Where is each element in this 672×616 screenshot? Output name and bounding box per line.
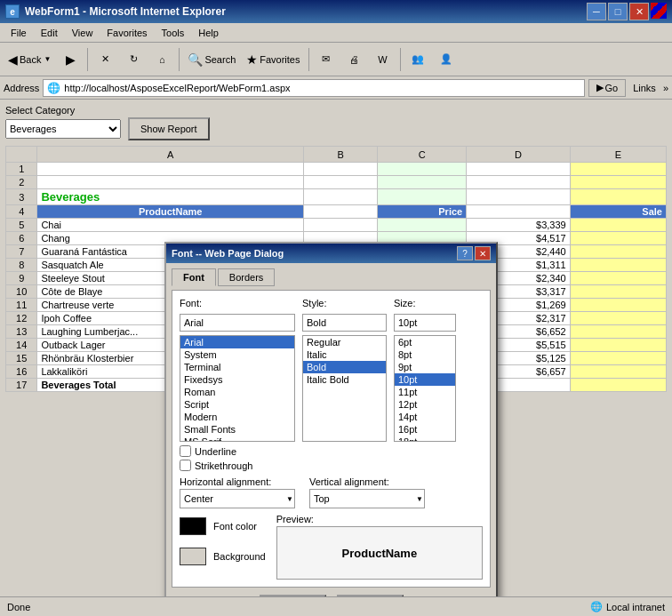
cell[interactable] bbox=[37, 176, 304, 189]
dialog-help-button[interactable]: ? bbox=[457, 246, 473, 260]
font-size-8pt[interactable]: 8pt bbox=[395, 348, 455, 361]
cell-sale[interactable] bbox=[570, 325, 666, 339]
col-header-b[interactable]: B bbox=[304, 147, 378, 163]
font-list-item-fixedsys[interactable]: Fixedsys bbox=[180, 373, 294, 386]
col-header-a[interactable]: A bbox=[37, 147, 304, 163]
dialog-close-button[interactable]: ✕ bbox=[475, 246, 491, 260]
cell[interactable] bbox=[304, 176, 378, 189]
col-header-d[interactable]: D bbox=[467, 147, 571, 163]
cell[interactable] bbox=[304, 219, 378, 232]
cell-price[interactable]: $3,339 bbox=[467, 219, 571, 232]
font-size-18pt[interactable]: 18pt bbox=[395, 436, 455, 442]
font-size-list[interactable]: 6pt 8pt 9pt 10pt 11pt 12pt 14pt 16pt 18p… bbox=[394, 335, 456, 442]
font-name-input[interactable] bbox=[180, 314, 295, 332]
cell-sale[interactable] bbox=[570, 219, 666, 232]
cell[interactable] bbox=[304, 189, 378, 205]
font-name-list[interactable]: Arial System Terminal Fixedsys Roman Scr… bbox=[180, 335, 295, 442]
show-report-button[interactable]: Show Report bbox=[128, 117, 210, 140]
maximize-button[interactable]: □ bbox=[608, 3, 628, 20]
font-list-item-ms-serif[interactable]: MS Serif bbox=[180, 436, 294, 442]
font-list-item-terminal[interactable]: Terminal bbox=[180, 361, 294, 373]
minimize-button[interactable]: ─ bbox=[587, 3, 606, 20]
menu-tools[interactable]: Tools bbox=[155, 26, 192, 40]
print-button[interactable]: 🖨 bbox=[341, 46, 368, 73]
font-list-item-arial[interactable]: Arial bbox=[180, 336, 294, 348]
tab-font[interactable]: Font bbox=[172, 268, 216, 286]
cell[interactable] bbox=[570, 189, 666, 205]
forward-button[interactable]: ▶ bbox=[57, 46, 84, 73]
font-list-item-modern[interactable]: Modern bbox=[180, 411, 294, 423]
address-input[interactable] bbox=[64, 83, 580, 93]
mail-button[interactable]: ✉ bbox=[313, 46, 340, 73]
cell-sale[interactable] bbox=[570, 232, 666, 245]
cell[interactable] bbox=[467, 176, 571, 189]
font-style-regular[interactable]: Regular bbox=[303, 336, 386, 348]
cell-product-name[interactable]: Chai bbox=[37, 219, 304, 232]
font-style-bold[interactable]: Bold bbox=[303, 361, 386, 373]
refresh-button[interactable]: ↻ bbox=[120, 46, 147, 73]
cell[interactable] bbox=[467, 205, 571, 219]
strikethrough-checkbox[interactable] bbox=[180, 460, 191, 471]
cell[interactable] bbox=[378, 219, 467, 232]
word-button[interactable]: W bbox=[370, 46, 396, 73]
cell[interactable] bbox=[378, 189, 467, 205]
font-size-16pt[interactable]: 16pt bbox=[395, 423, 455, 436]
font-list-item-roman[interactable]: Roman bbox=[180, 386, 294, 398]
font-size-10pt[interactable]: 10pt bbox=[395, 373, 455, 386]
vertical-alignment-select[interactable]: Top Middle Bottom bbox=[309, 489, 425, 508]
address-input-wrap[interactable]: 🌐 bbox=[43, 79, 584, 97]
home-button[interactable]: ⌂ bbox=[148, 46, 175, 73]
stop-button[interactable]: ✕ bbox=[92, 46, 118, 73]
horizontal-alignment-select[interactable]: Left Center Right bbox=[180, 489, 295, 508]
menu-favorites[interactable]: Favorites bbox=[100, 26, 154, 40]
cell[interactable] bbox=[570, 176, 666, 189]
cell[interactable] bbox=[570, 379, 666, 392]
cell-sale[interactable] bbox=[570, 339, 666, 352]
cell-sale[interactable] bbox=[570, 352, 666, 365]
font-style-list[interactable]: Regular Italic Bold Italic Bold bbox=[302, 335, 387, 442]
menu-file[interactable]: File bbox=[4, 26, 34, 40]
cell[interactable] bbox=[304, 205, 378, 219]
cell-sale[interactable] bbox=[570, 299, 666, 312]
cell-sale-header[interactable]: Sale bbox=[570, 205, 666, 219]
font-size-6pt[interactable]: 6pt bbox=[395, 336, 455, 348]
cell[interactable] bbox=[467, 163, 571, 176]
font-style-input[interactable] bbox=[302, 314, 387, 332]
cell[interactable] bbox=[467, 189, 571, 205]
cell[interactable] bbox=[570, 163, 666, 176]
col-header-c[interactable]: C bbox=[378, 147, 467, 163]
cell-sale[interactable] bbox=[570, 245, 666, 259]
menu-edit[interactable]: Edit bbox=[34, 26, 65, 40]
cell-sale[interactable] bbox=[570, 259, 666, 272]
favorites-button[interactable]: ★ Favorites bbox=[242, 46, 304, 73]
menu-help[interactable]: Help bbox=[191, 26, 226, 40]
back-button[interactable]: ◀ Back ▼ bbox=[4, 46, 55, 73]
cell-sale[interactable] bbox=[570, 285, 666, 299]
underline-checkbox[interactable] bbox=[180, 445, 191, 457]
cell[interactable] bbox=[378, 176, 467, 189]
cell-price-header[interactable]: Price bbox=[378, 205, 467, 219]
go-button[interactable]: ▶ Go bbox=[588, 79, 627, 97]
search-button[interactable]: 🔍 Search bbox=[183, 46, 240, 73]
cell[interactable] bbox=[304, 163, 378, 176]
font-size-11pt[interactable]: 11pt bbox=[395, 386, 455, 398]
category-select[interactable]: Beverages Condiments Confections bbox=[5, 119, 121, 139]
menu-view[interactable]: View bbox=[65, 26, 100, 40]
font-color-swatch[interactable] bbox=[180, 517, 206, 535]
cell-sale[interactable] bbox=[570, 272, 666, 285]
background-color-swatch[interactable] bbox=[180, 548, 206, 565]
font-size-12pt[interactable]: 12pt bbox=[395, 398, 455, 411]
font-size-14pt[interactable]: 14pt bbox=[395, 411, 455, 423]
cell[interactable] bbox=[378, 163, 467, 176]
cell-sale[interactable] bbox=[570, 365, 666, 379]
cell-sale[interactable] bbox=[570, 312, 666, 325]
links-button[interactable]: Links bbox=[629, 83, 660, 93]
cell[interactable] bbox=[37, 163, 304, 176]
font-list-item-system[interactable]: System bbox=[180, 348, 294, 361]
font-list-item-script[interactable]: Script bbox=[180, 398, 294, 411]
col-header-e[interactable]: E bbox=[570, 147, 666, 163]
font-style-italic[interactable]: Italic bbox=[303, 348, 386, 361]
font-size-9pt[interactable]: 9pt bbox=[395, 361, 455, 373]
tab-borders[interactable]: Borders bbox=[218, 268, 276, 286]
person-button[interactable]: 👤 bbox=[433, 46, 460, 73]
